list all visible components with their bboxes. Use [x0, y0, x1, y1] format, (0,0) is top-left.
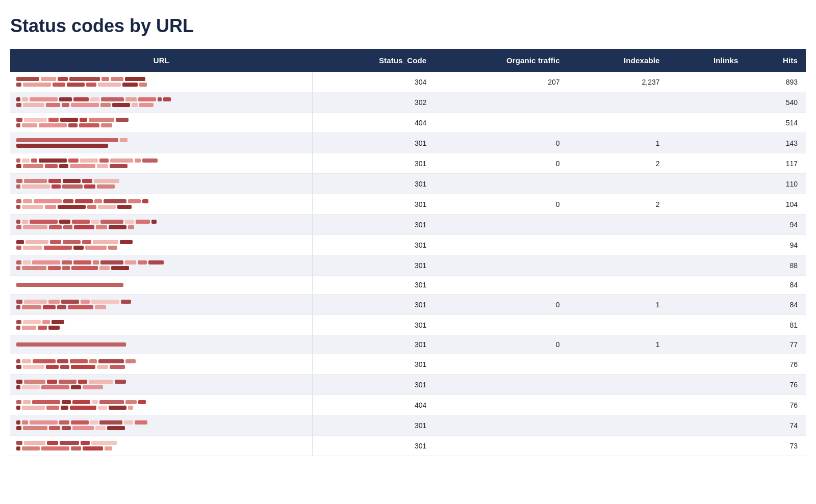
cell-inlinks: [668, 72, 747, 92]
cell-status-code: 301: [313, 174, 435, 194]
cell-inlinks: [668, 194, 747, 215]
cell-inlinks: [668, 315, 747, 335]
cell-hits: 104: [747, 194, 806, 215]
cell-organic-traffic: [435, 174, 568, 194]
table-row: 302540: [10, 92, 806, 113]
cell-url: [10, 295, 313, 315]
cell-status-code: 404: [313, 113, 435, 133]
col-header-hits[interactable]: Hits: [747, 49, 806, 72]
table-row: 30176: [10, 375, 806, 395]
cell-url: [10, 375, 313, 395]
cell-url: [10, 335, 313, 354]
cell-inlinks: [668, 295, 747, 315]
cell-indexable: [568, 375, 668, 395]
cell-indexable: [568, 92, 668, 113]
cell-organic-traffic: 0: [435, 133, 568, 153]
cell-organic-traffic: [435, 395, 568, 415]
cell-hits: 117: [747, 153, 806, 174]
cell-status-code: 301: [313, 276, 435, 295]
cell-indexable: [568, 354, 668, 375]
cell-indexable: [568, 174, 668, 194]
cell-status-code: 304: [313, 72, 435, 92]
cell-url: [10, 174, 313, 194]
cell-inlinks: [668, 436, 747, 456]
cell-organic-traffic: 0: [435, 295, 568, 315]
table-row: 3010177: [10, 335, 806, 354]
table-row: 30101143: [10, 133, 806, 153]
cell-inlinks: [668, 335, 747, 354]
cell-organic-traffic: [435, 415, 568, 436]
cell-organic-traffic: 0: [435, 335, 568, 354]
cell-organic-traffic: [435, 276, 568, 295]
cell-hits: 88: [747, 255, 806, 276]
cell-indexable: [568, 235, 668, 255]
cell-inlinks: [668, 174, 747, 194]
cell-hits: 540: [747, 92, 806, 113]
table-row: 30194: [10, 215, 806, 235]
cell-url: [10, 194, 313, 215]
cell-hits: 94: [747, 235, 806, 255]
cell-hits: 73: [747, 436, 806, 456]
cell-hits: 893: [747, 72, 806, 92]
table-row: 3010184: [10, 295, 806, 315]
cell-inlinks: [668, 113, 747, 133]
cell-status-code: 301: [313, 354, 435, 375]
cell-organic-traffic: [435, 113, 568, 133]
cell-organic-traffic: [435, 235, 568, 255]
cell-hits: 76: [747, 354, 806, 375]
cell-url: [10, 415, 313, 436]
cell-status-code: 301: [313, 375, 435, 395]
col-header-organic[interactable]: Organic traffic: [435, 49, 568, 72]
cell-status-code: 301: [313, 194, 435, 215]
cell-indexable: [568, 436, 668, 456]
cell-indexable: [568, 415, 668, 436]
cell-inlinks: [668, 354, 747, 375]
cell-status-code: 301: [313, 295, 435, 315]
col-header-url[interactable]: URL: [10, 49, 313, 72]
table-header-row: URL Status_Code Organic traffic Indexabl…: [10, 49, 806, 72]
cell-organic-traffic: 207: [435, 72, 568, 92]
col-header-status[interactable]: Status_Code: [313, 49, 435, 72]
col-header-inlinks[interactable]: Inlinks: [668, 49, 747, 72]
cell-organic-traffic: [435, 315, 568, 335]
cell-inlinks: [668, 276, 747, 295]
cell-url: [10, 315, 313, 335]
table-row: 40476: [10, 395, 806, 415]
cell-status-code: 404: [313, 395, 435, 415]
col-header-indexable[interactable]: Indexable: [568, 49, 668, 72]
cell-organic-traffic: [435, 375, 568, 395]
cell-organic-traffic: [435, 215, 568, 235]
cell-inlinks: [668, 415, 747, 436]
cell-url: [10, 92, 313, 113]
cell-url: [10, 113, 313, 133]
cell-indexable: [568, 395, 668, 415]
table-row: 404514: [10, 113, 806, 133]
cell-hits: 76: [747, 375, 806, 395]
cell-inlinks: [668, 255, 747, 276]
table-row: 30176: [10, 354, 806, 375]
cell-inlinks: [668, 153, 747, 174]
cell-hits: 110: [747, 174, 806, 194]
table-row: 30174: [10, 415, 806, 436]
cell-organic-traffic: 0: [435, 153, 568, 174]
table-row: 30102117: [10, 153, 806, 174]
cell-status-code: 301: [313, 335, 435, 354]
cell-status-code: 301: [313, 153, 435, 174]
cell-organic-traffic: [435, 354, 568, 375]
cell-status-code: 301: [313, 315, 435, 335]
cell-indexable: 2,237: [568, 72, 668, 92]
cell-indexable: [568, 113, 668, 133]
page-title: Status codes by URL: [10, 15, 806, 37]
table-row: 30173: [10, 436, 806, 456]
cell-status-code: 301: [313, 436, 435, 456]
cell-indexable: [568, 315, 668, 335]
data-table: URL Status_Code Organic traffic Indexabl…: [10, 49, 806, 456]
cell-url: [10, 255, 313, 276]
cell-hits: 84: [747, 276, 806, 295]
cell-inlinks: [668, 395, 747, 415]
cell-status-code: 301: [313, 133, 435, 153]
cell-hits: 84: [747, 295, 806, 315]
table-row: 30181: [10, 315, 806, 335]
cell-organic-traffic: 0: [435, 194, 568, 215]
cell-url: [10, 395, 313, 415]
